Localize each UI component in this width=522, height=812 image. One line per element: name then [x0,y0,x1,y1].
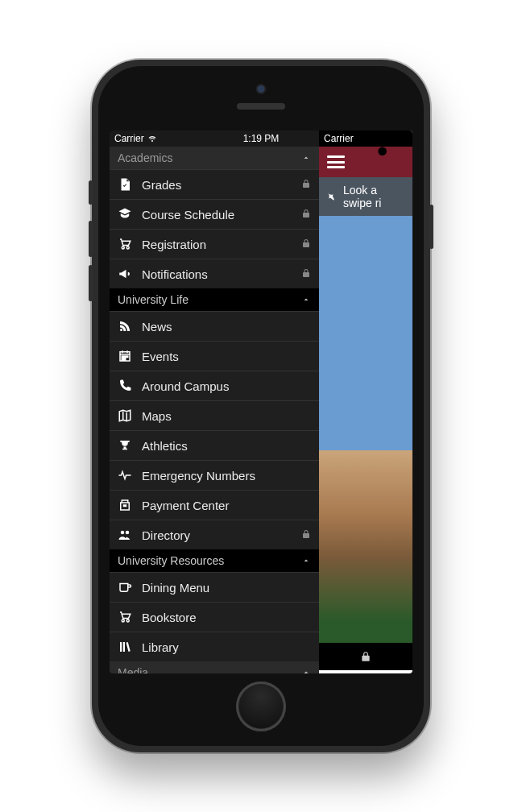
menu-item[interactable]: Maps [110,400,319,430]
menu-item[interactable]: Dining Menu [110,572,319,602]
chevron-up-icon [301,556,311,566]
menu-item[interactable]: Course Schedule [110,199,319,229]
menu-item[interactable]: Registration [110,229,319,259]
menu-item-label: Notifications [142,267,301,281]
trophy-icon [118,438,132,453]
chevron-up-icon [301,153,311,163]
main-content[interactable]: Carrier Look a swipe ri [319,130,412,673]
section-header[interactable]: University Resources [110,549,319,572]
cart-icon [118,610,132,624]
phone-frame: Carrier 1:19 PM AcademicsGradesCourse Sc… [92,60,430,752]
lock-icon[interactable] [360,650,371,663]
menu-item[interactable]: Grades [110,169,319,199]
menu-item-label: Events [142,350,311,363]
menu-item-label: Maps [142,409,311,423]
map-icon [118,408,132,423]
chevron-up-icon [301,295,311,304]
lock-icon [301,267,311,281]
cup-icon [118,580,132,594]
lock-icon [301,178,311,192]
section-title: Academics [118,151,172,164]
hint-line1: Look a [343,184,381,197]
carrier-label: Carrier [114,133,144,144]
menu-item-label: Athletics [142,439,311,453]
volume-down [89,265,93,301]
people-icon [118,528,132,542]
chevron-up-icon [301,668,311,673]
menu-item[interactable]: Directory [110,520,319,549]
menu-item-label: Library [142,640,311,654]
calendar-icon [118,349,132,363]
menu-item-label: Around Campus [142,379,311,393]
menu-button[interactable] [327,155,345,168]
screen: Carrier 1:19 PM AcademicsGradesCourse Sc… [110,130,412,673]
menu-item-label: Course Schedule [142,208,301,222]
library-icon [118,640,132,654]
menu-item-label: Emergency Numbers [142,469,311,483]
menu-item[interactable]: Events [110,341,319,371]
lock-icon [301,528,311,542]
bottom-bar [319,643,412,670]
lock-icon [301,208,311,222]
lock-icon [301,238,311,251]
cart-icon [118,237,132,251]
menu-item[interactable]: Bookstore [110,602,319,632]
menu-item[interactable]: Library [110,632,319,661]
menu-item-label: Directory [142,528,301,542]
menu-item-label: Grades [142,178,301,192]
grades-icon [118,177,132,192]
section-title: University Life [118,293,188,306]
navigation-drawer[interactable]: AcademicsGradesCourse ScheduleRegistrati… [110,130,319,673]
section-header[interactable]: Media [110,661,319,673]
megaphone-icon [118,267,132,281]
menu-item[interactable]: Emergency Numbers [110,460,319,490]
arrow-up-icon [324,189,338,204]
menu-item[interactable]: Payment Center [110,490,319,520]
section-header[interactable]: University Life [110,288,319,311]
menu-item-label: Bookstore [142,611,311,624]
menu-item[interactable]: News [110,311,319,341]
menu-item-label: Registration [142,238,301,251]
register-icon [118,498,132,512]
schedule-icon [118,207,132,222]
volume-up [89,221,93,257]
home-button[interactable] [236,682,286,731]
menu-item[interactable]: Athletics [110,430,319,460]
pulse-icon [118,468,132,483]
rss-icon [118,319,132,334]
menu-item[interactable]: Around Campus [110,371,319,400]
front-camera [258,85,265,93]
earpiece-speaker [237,103,285,110]
menu-item-label: Payment Center [142,499,311,512]
wifi-icon [147,134,157,143]
power-button [429,205,433,249]
section-title: University Resources [118,554,224,567]
status-bar: Carrier 1:19 PM [110,130,412,147]
menu-item-label: Dining Menu [142,581,311,594]
menu-item[interactable]: Notifications [110,259,319,288]
section-header[interactable]: Academics [110,147,319,169]
background-image [319,216,412,643]
mute-switch [89,180,93,205]
hint-line2: swipe ri [343,197,381,209]
phone-icon [118,379,132,393]
menu-item-label: News [142,320,311,334]
section-title: Media [118,666,148,673]
